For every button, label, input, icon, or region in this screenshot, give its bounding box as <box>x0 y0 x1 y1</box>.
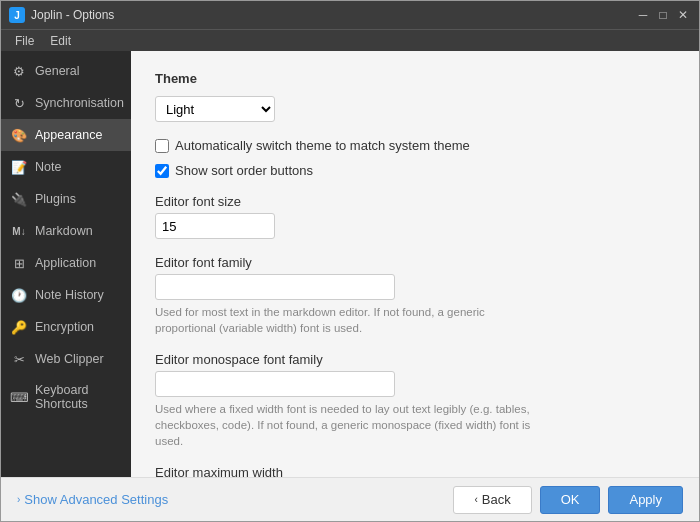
apply-button[interactable]: Apply <box>608 486 683 514</box>
editor-font-family-group: Editor font family Used for most text in… <box>155 255 675 336</box>
minimize-button[interactable]: ─ <box>635 7 651 23</box>
window-title: Joplin - Options <box>31 8 114 22</box>
sidebar-item-plugins[interactable]: 🔌 Plugins <box>1 183 131 215</box>
sidebar-label-note: Note <box>35 160 61 174</box>
chevron-right-icon: › <box>17 494 20 505</box>
restore-button[interactable]: □ <box>655 7 671 23</box>
apply-label: Apply <box>629 492 662 507</box>
sidebar-label-web-clipper: Web Clipper <box>35 352 104 366</box>
application-icon: ⊞ <box>11 255 27 271</box>
sidebar-label-encryption: Encryption <box>35 320 94 334</box>
theme-section-title: Theme <box>155 71 675 86</box>
sidebar-label-appearance: Appearance <box>35 128 102 142</box>
note-icon: 📝 <box>11 159 27 175</box>
bottom-bar: › Show Advanced Settings ‹ Back OK Apply <box>1 477 699 521</box>
editor-max-width-group: Editor maximum width Set it to 0 to make… <box>155 465 675 477</box>
back-chevron-icon: ‹ <box>474 494 477 505</box>
sidebar-label-synchronisation: Synchronisation <box>35 96 124 110</box>
appearance-icon: 🎨 <box>11 127 27 143</box>
editor-mono-label: Editor monospace font family <box>155 352 675 367</box>
auto-switch-checkbox[interactable] <box>155 139 169 153</box>
sidebar-item-general[interactable]: ⚙ General <box>1 55 131 87</box>
show-sort-row: Show sort order buttons <box>155 163 675 178</box>
editor-font-size-input[interactable] <box>155 213 275 239</box>
editor-max-width-label: Editor maximum width <box>155 465 675 477</box>
note-history-icon: 🕐 <box>11 287 27 303</box>
close-button[interactable]: ✕ <box>675 7 691 23</box>
sync-icon: ↻ <box>11 95 27 111</box>
editor-mono-input[interactable] <box>155 371 395 397</box>
sidebar-label-markdown: Markdown <box>35 224 93 238</box>
main-panel: Theme Light Dark System Automatically sw… <box>131 51 699 477</box>
auto-switch-row: Automatically switch theme to match syst… <box>155 138 675 153</box>
back-label: Back <box>482 492 511 507</box>
sidebar: ⚙ General ↻ Synchronisation 🎨 Appearance… <box>1 51 131 477</box>
sidebar-label-application: Application <box>35 256 96 270</box>
ok-label: OK <box>561 492 580 507</box>
sidebar-item-keyboard-shortcuts[interactable]: ⌨ Keyboard Shortcuts <box>1 375 131 419</box>
menu-edit[interactable]: Edit <box>42 32 79 50</box>
web-clipper-icon: ✂ <box>11 351 27 367</box>
sidebar-item-note-history[interactable]: 🕐 Note History <box>1 279 131 311</box>
sidebar-label-keyboard-shortcuts: Keyboard Shortcuts <box>35 383 121 411</box>
markdown-icon: M↓ <box>11 223 27 239</box>
back-button[interactable]: ‹ Back <box>453 486 531 514</box>
window-controls: ─ □ ✕ <box>635 7 691 23</box>
title-bar-left: J Joplin - Options <box>9 7 114 23</box>
sidebar-label-general: General <box>35 64 79 78</box>
auto-switch-label[interactable]: Automatically switch theme to match syst… <box>175 138 470 153</box>
advanced-settings-label: Show Advanced Settings <box>24 492 168 507</box>
editor-font-family-input[interactable] <box>155 274 395 300</box>
sidebar-item-web-clipper[interactable]: ✂ Web Clipper <box>1 343 131 375</box>
editor-mono-group: Editor monospace font family Used where … <box>155 352 675 449</box>
encryption-icon: 🔑 <box>11 319 27 335</box>
advanced-settings-link[interactable]: › Show Advanced Settings <box>17 492 168 507</box>
sidebar-label-note-history: Note History <box>35 288 104 302</box>
menu-bar: File Edit <box>1 29 699 51</box>
keyboard-shortcuts-icon: ⌨ <box>11 389 27 405</box>
sidebar-item-markdown[interactable]: M↓ Markdown <box>1 215 131 247</box>
options-window: J Joplin - Options ─ □ ✕ File Edit ⚙ Gen… <box>0 0 700 522</box>
editor-font-size-label: Editor font size <box>155 194 675 209</box>
plugins-icon: 🔌 <box>11 191 27 207</box>
editor-mono-helper: Used where a fixed width font is needed … <box>155 401 535 449</box>
app-icon: J <box>9 7 25 23</box>
editor-font-size-group: Editor font size <box>155 194 675 239</box>
title-bar: J Joplin - Options ─ □ ✕ <box>1 1 699 29</box>
bottom-left: › Show Advanced Settings <box>17 492 168 507</box>
menu-file[interactable]: File <box>7 32 42 50</box>
sidebar-item-application[interactable]: ⊞ Application <box>1 247 131 279</box>
show-sort-label[interactable]: Show sort order buttons <box>175 163 313 178</box>
show-sort-checkbox[interactable] <box>155 164 169 178</box>
sidebar-item-note[interactable]: 📝 Note <box>1 151 131 183</box>
general-icon: ⚙ <box>11 63 27 79</box>
ok-button[interactable]: OK <box>540 486 601 514</box>
theme-group: Theme Light Dark System <box>155 71 675 122</box>
sidebar-item-encryption[interactable]: 🔑 Encryption <box>1 311 131 343</box>
sidebar-item-appearance[interactable]: 🎨 Appearance <box>1 119 131 151</box>
bottom-right: ‹ Back OK Apply <box>453 486 683 514</box>
sidebar-label-plugins: Plugins <box>35 192 76 206</box>
theme-select[interactable]: Light Dark System <box>155 96 275 122</box>
editor-font-family-helper: Used for most text in the markdown edito… <box>155 304 535 336</box>
editor-font-family-label: Editor font family <box>155 255 675 270</box>
sidebar-item-synchronisation[interactable]: ↻ Synchronisation <box>1 87 131 119</box>
content-area: ⚙ General ↻ Synchronisation 🎨 Appearance… <box>1 51 699 477</box>
